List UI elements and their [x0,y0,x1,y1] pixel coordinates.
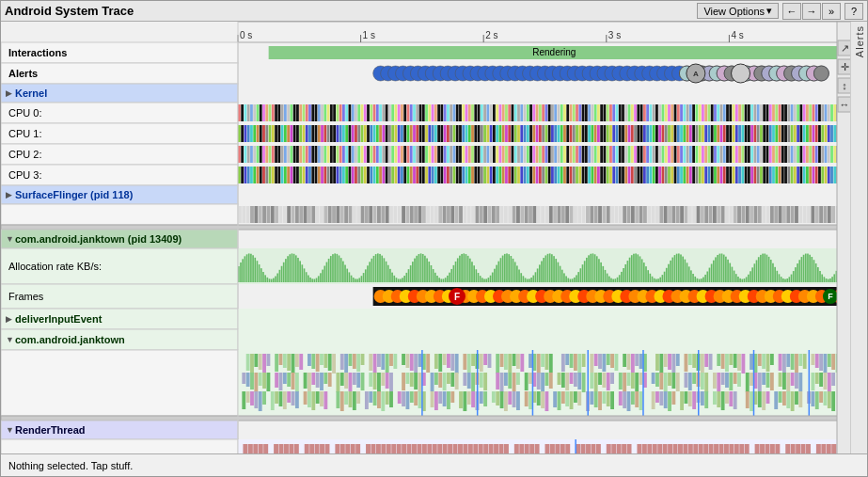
view-options-button[interactable]: View Options ▾ [697,3,779,19]
status-bar: Nothing selected. Tap stuff. [1,453,867,476]
trace-panel [1,22,850,453]
nav-forward-button[interactable]: → [802,3,821,20]
nav-buttons: ← → » [782,3,841,20]
main-content: Alerts [1,22,867,453]
alerts-sidebar-label: Alerts [854,25,865,57]
alerts-sidebar: Alerts [850,22,867,453]
help-button[interactable]: ? [844,3,863,20]
trace-canvas[interactable] [1,22,850,453]
title-bar: Android System Trace View Options ▾ ← → … [1,1,867,22]
title-right-controls: View Options ▾ ← → » ? [697,3,863,20]
nav-back-button[interactable]: ← [782,3,801,20]
app-title: Android System Trace [5,4,134,18]
nav-expand-button[interactable]: » [822,3,841,20]
status-text: Nothing selected. Tap stuff. [8,460,133,471]
